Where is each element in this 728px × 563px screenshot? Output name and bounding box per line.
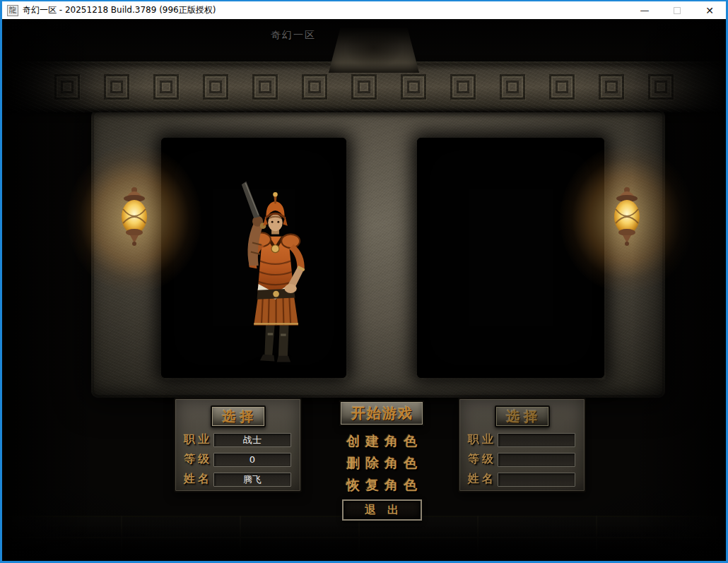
level-value-field: 0: [213, 453, 291, 467]
start-game-button[interactable]: 开始游戏: [339, 401, 424, 426]
class-row: 职业 战士: [184, 432, 291, 447]
level-row: 等级: [468, 452, 575, 467]
lantern-icon-right: [608, 186, 646, 247]
meander-tile: [252, 74, 278, 100]
class-label: 职业: [184, 432, 213, 447]
character-panel-left: 选择 职业 战士 等级 0 姓名 腾飞: [174, 398, 302, 492]
exit-button[interactable]: 退出: [342, 499, 422, 521]
name-row: 姓名: [468, 472, 575, 487]
level-row: 等级 0: [184, 452, 291, 467]
meander-tile: [153, 74, 179, 100]
bottom-brick-band: [2, 516, 726, 561]
meander-tile: [599, 74, 624, 100]
class-label: 职业: [468, 432, 498, 447]
class-row: 职业: [468, 432, 575, 447]
menu-item-restore-character[interactable]: 恢复角色: [341, 475, 423, 494]
character-panel-right: 选择 职业 等级 姓名: [458, 398, 586, 492]
select-button-left[interactable]: 选择: [211, 405, 266, 427]
window-controls: — ✕: [628, 1, 726, 19]
meander-tile: [54, 74, 80, 100]
close-button[interactable]: ✕: [693, 1, 726, 19]
name-value-field: [498, 473, 575, 487]
app-icon: 龍: [7, 5, 18, 16]
level-label: 等级: [184, 452, 213, 467]
meander-tile: [648, 74, 674, 100]
maximize-button[interactable]: [661, 1, 693, 19]
class-value-field: [498, 433, 575, 447]
meander-tile: [351, 74, 377, 100]
game-window: 龍 奇幻一区 - 20251218 Build.3789 (996正版授权) —…: [0, 0, 728, 563]
meander-tile: [401, 74, 426, 100]
main-menu: 开始游戏 创建角色 删除角色 恢复角色 退出: [304, 401, 459, 521]
name-value-field: 腾飞: [213, 473, 291, 487]
level-value-field: [498, 453, 575, 467]
meander-tile: [450, 74, 476, 100]
meander-tile: [500, 74, 525, 100]
name-label: 姓名: [468, 472, 498, 487]
lantern-icon-left: [115, 186, 153, 247]
window-title: 奇幻一区 - 20251218 Build.3789 (996正版授权): [23, 4, 216, 16]
name-row: 姓名 腾飞: [184, 472, 291, 487]
menu-item-create-character[interactable]: 创建角色: [341, 432, 423, 450]
meander-tile: [203, 74, 228, 100]
minimize-button[interactable]: —: [628, 1, 661, 19]
maximize-icon: [674, 7, 681, 14]
server-name-label: 奇幻一区: [271, 29, 316, 42]
meander-tile: [302, 74, 327, 100]
character-slot-left: [161, 138, 346, 378]
keystone-carving: [329, 28, 419, 73]
game-viewport: 奇幻一区: [2, 19, 726, 561]
character-slot-right: [417, 138, 604, 378]
meander-tile: [549, 74, 575, 100]
menu-item-delete-character[interactable]: 删除角色: [341, 454, 423, 472]
select-button-right[interactable]: 选择: [495, 405, 550, 427]
class-value-field: 战士: [213, 433, 291, 447]
name-label: 姓名: [184, 472, 213, 487]
titlebar[interactable]: 龍 奇幻一区 - 20251218 Build.3789 (996正版授权) —…: [2, 1, 726, 19]
warrior-character[interactable]: [234, 169, 317, 381]
level-label: 等级: [468, 452, 498, 467]
meander-tile: [104, 74, 129, 100]
